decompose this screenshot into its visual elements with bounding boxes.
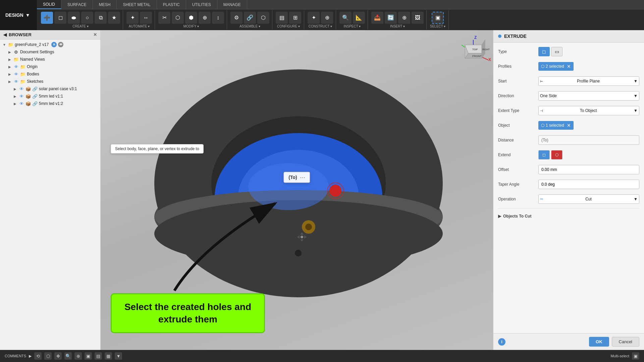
instruction-box: Select the created holes and extrude the… [111, 293, 265, 333]
operation-select[interactable]: ✂ Cut ▼ [538, 194, 639, 204]
direction-field-row: Direction One Side ▼ [498, 90, 639, 102]
object-chip[interactable]: ⬡ 1 selected ✕ [538, 121, 574, 130]
origin-arrow-icon: ▶ [7, 64, 12, 69]
select-icon[interactable]: ▣ [432, 12, 444, 24]
svg-point-7 [295, 250, 302, 256]
operation-field-row: Operation ✂ Cut ▼ [498, 193, 639, 205]
motion-icon[interactable]: ⬡ [257, 12, 269, 24]
led1-arrow-icon: ▶ [13, 94, 17, 99]
rigid-group-icon[interactable]: 🔗 [244, 12, 256, 24]
tab-surface[interactable]: SURFACE [61, 0, 93, 9]
inspect-icon2[interactable]: 📐 [353, 12, 365, 24]
collapse-browser-icon[interactable]: ◀ [3, 32, 7, 37]
parameters-icon[interactable]: ▤ [276, 12, 288, 24]
status-icon-3[interactable]: ✥ [54, 352, 62, 360]
create-label: CREATE ▾ [72, 24, 89, 28]
combine-icon[interactable]: ⊕ [199, 12, 211, 24]
type-btn-solid[interactable]: ◻ [538, 47, 550, 56]
browser-close-icon[interactable]: ✕ [93, 32, 97, 37]
tree-item-named-views[interactable]: ▶ 📁 Named Views [0, 56, 100, 63]
extend-buttons: ◻ ⬡ [538, 150, 562, 160]
hole-icon[interactable]: ○ [81, 12, 93, 24]
profiles-chip-clear[interactable]: ✕ [567, 64, 571, 69]
insert-mcmaster-icon[interactable]: 📥 [371, 12, 383, 24]
cancel-button[interactable]: Cancel [612, 337, 639, 347]
shell-icon[interactable]: ⬢ [185, 12, 197, 24]
extend-btn-off[interactable]: ⬡ [551, 150, 562, 160]
status-icon-6[interactable]: ▣ [85, 352, 92, 360]
tree-item-led1[interactable]: ▶ 👁 📦 🔗 5mm led v1:1 [0, 93, 100, 100]
more-modify-icon[interactable]: ↕ [212, 12, 224, 24]
tab-row: SOLID SURFACE MESH SHEET METAL PLASTIC U… [37, 0, 644, 9]
multi-select-icon[interactable]: ▣ [632, 352, 639, 360]
tab-solid[interactable]: SOLID [37, 0, 61, 9]
3d-viewport[interactable]: (To) ⋯ Select the created holes and extr… [101, 30, 493, 350]
extend-btn-on[interactable]: ◻ [538, 150, 550, 160]
joint-icon[interactable]: ⚙ [230, 12, 243, 24]
ok-button[interactable]: OK [589, 337, 609, 347]
chamfer-icon[interactable]: ⬡ [172, 12, 184, 24]
status-icon-5[interactable]: ⊕ [74, 352, 82, 360]
start-select[interactable]: ⊢ Profile Plane ▼ [538, 76, 639, 86]
tab-sheet-metal[interactable]: SHEET METAL [117, 0, 157, 9]
pattern-icon[interactable]: ⧉ [95, 12, 107, 24]
info-icon[interactable]: i [498, 338, 505, 346]
config-icon2[interactable]: ⊞ [289, 12, 301, 24]
revolve-icon[interactable]: ⬬ [68, 12, 80, 24]
offset-plane-icon[interactable]: ✦ [308, 12, 320, 24]
instruction-text: Select the created holes and extrude the… [122, 301, 254, 325]
insert-canvas-icon[interactable]: 🖼 [412, 12, 424, 24]
status-icon-9[interactable]: ▼ [115, 352, 122, 360]
more-create-icon[interactable]: ★ [108, 12, 120, 24]
extrude-icon[interactable]: ◻ [54, 12, 66, 24]
status-icon-8[interactable]: ▦ [105, 352, 112, 360]
tab-manage[interactable]: MANAGE [217, 0, 247, 9]
to-popup[interactable]: (To) ⋯ [283, 172, 310, 183]
distance-field-row: Distance [498, 134, 639, 146]
insert-icon3[interactable]: ⊕ [398, 12, 410, 24]
tree-item-bodies[interactable]: ▶ 👁 📁 Bodies [0, 70, 100, 78]
distance-input[interactable] [538, 135, 639, 145]
nav-cube[interactable]: Z X TOP FRONT RIGHT [455, 35, 488, 72]
tree-item-sketches[interactable]: ▶ 👁 📁 Sketches [0, 78, 100, 85]
status-icon-7[interactable]: ▤ [95, 352, 102, 360]
offset-input[interactable] [538, 165, 639, 174]
operation-text: Cut [585, 197, 592, 201]
create-new-body-icon[interactable]: ➕ [41, 12, 53, 24]
bodies-visibility-icon: 👁 [13, 71, 19, 77]
automate-icon1[interactable]: ✦ [126, 12, 139, 24]
design-chevron: ▼ [25, 12, 30, 18]
design-menu[interactable]: DESIGN ▼ [0, 0, 37, 30]
direction-select[interactable]: One Side ▼ [538, 91, 639, 101]
fillet-icon[interactable]: ✂ [158, 12, 170, 24]
tree-root[interactable]: ▼ 📁 greenFuture_2 v17 R 👁 [0, 41, 100, 48]
tab-mesh[interactable]: MESH [93, 0, 117, 9]
extent-type-text: To Object [580, 108, 597, 113]
tab-utilities[interactable]: UTILITIES [186, 0, 217, 9]
tree-item-led2[interactable]: ▶ 👁 📦 🔗 5mm led v1:2 [0, 100, 100, 107]
profiles-chip[interactable]: ⬡ 2 selected ✕ [538, 62, 574, 71]
svg-text:X: X [488, 57, 491, 62]
to-popup-menu[interactable]: ⋯ [300, 174, 305, 180]
inspect-group: 🔍 📐 INSPECT ▾ [337, 10, 368, 29]
sketches-arrow-icon: ▶ [7, 79, 12, 84]
automate-icon2[interactable]: ↔ [140, 12, 152, 24]
status-icon-4[interactable]: 🔍 [64, 352, 72, 360]
object-chip-clear[interactable]: ✕ [567, 123, 571, 128]
tab-plastic[interactable]: PLASTIC [157, 0, 186, 9]
extent-type-select[interactable]: ⊣ To Object ▼ [538, 106, 639, 115]
automate-group: ✦ ↔ AUTOMATE ▾ [124, 10, 155, 29]
taper-angle-input[interactable] [538, 180, 639, 189]
tree-item-document-settings[interactable]: ▶ ⚙ Document Settings [0, 48, 100, 56]
type-btn-thin[interactable]: ▭ [551, 47, 562, 56]
objects-to-cut-expand[interactable]: ▶ Objects To Cut [498, 211, 639, 221]
distance-value [538, 135, 639, 145]
measure-icon[interactable]: 🔍 [339, 12, 352, 24]
insert-derive-icon[interactable]: 🔄 [385, 12, 397, 24]
svg-text:TOP: TOP [472, 48, 478, 51]
status-icon-2[interactable]: ⬡ [44, 352, 52, 360]
tree-item-origin[interactable]: ▶ 👁 📁 Origin [0, 63, 100, 70]
tree-item-solar-panel[interactable]: ▶ 👁 📦 🔗 solar panel case v3:1 [0, 85, 100, 93]
status-icon-1[interactable]: ⟲ [34, 352, 42, 360]
construct-icon2[interactable]: ⊕ [321, 12, 333, 24]
